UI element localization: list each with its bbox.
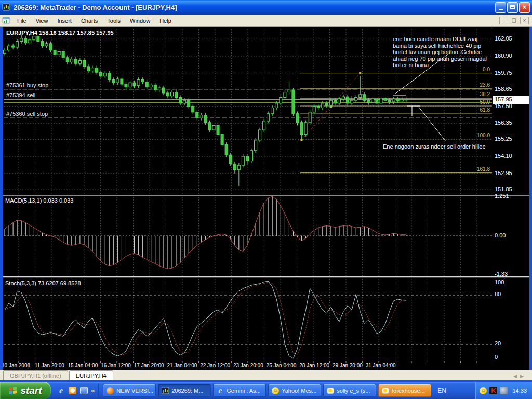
metatrader-window: 206269: MetaTrader - Demo Account - [EUR… — [0, 0, 532, 399]
fib-level-label: 23.6 — [300, 82, 490, 88]
current-price-box: 157.95 — [493, 96, 529, 104]
chart-tab-bar: GBPJPY,H1 (offline) EURJPY,H4 ◀▶ — [0, 370, 532, 380]
date-label: 15 Jan 04:00 — [68, 363, 98, 368]
menu-bar: File View Insert Charts Tools Window Hel… — [0, 15, 532, 27]
price-tick-label: 155.25 — [495, 136, 512, 142]
price-tick-label: 152.95 — [495, 170, 512, 176]
order-line-label: #75394 sell — [6, 92, 35, 98]
order-line-label: #75360 sell stop — [6, 111, 48, 117]
window-frame-right — [529, 27, 532, 370]
price-tick-label: 156.35 — [495, 119, 512, 126]
mdi-restore-button[interactable]: ❏ — [510, 17, 518, 24]
taskbar-button-metatrader[interactable]: 206269: M... — [158, 384, 211, 397]
stoch-axis-label: 100 — [495, 279, 504, 285]
date-label: 22 Jan 12:00 — [200, 363, 230, 368]
price-tick-label: 159.75 — [495, 70, 512, 76]
start-button-label: start — [20, 385, 42, 396]
menu-view[interactable]: View — [31, 16, 53, 26]
windows-flag-icon — [9, 387, 17, 395]
close-button[interactable]: × — [519, 2, 530, 13]
price-axis-separator — [493, 27, 493, 361]
ie-icon: e — [216, 387, 224, 394]
tab-eurjpy-h4[interactable]: EURJPY,H4 — [69, 370, 113, 380]
annotation-sell-order-note: Ene nogoon zuras ndeer sell order hiilee — [383, 143, 486, 150]
ohlc-header: EURJPY,H4 158.16 158.17 157.85 157.95 — [6, 30, 114, 36]
quick-launch-bar: e » — [53, 384, 99, 397]
taskbar-button-solly-chat[interactable]: solly e_s (s... — [323, 384, 376, 397]
tray-antivirus-icon[interactable]: K — [489, 387, 497, 394]
macd-label: MACD(5,13,1) 0.033 0.033 — [5, 197, 73, 204]
mdi-minimize-button[interactable]: – — [499, 17, 508, 24]
taskbar-button-firefox[interactable]: NEW VERSI... — [103, 384, 156, 397]
chart-workspace[interactable] — [3, 27, 529, 370]
taskbar-button-gemini[interactable]: e Gemini : As... — [213, 384, 266, 397]
date-label: 25 Jan 04:00 — [267, 363, 297, 368]
metatrader-icon — [161, 387, 169, 394]
macd-axis-label: 1.251 — [495, 193, 509, 199]
chat-icon — [381, 387, 389, 394]
chat-icon — [326, 387, 334, 394]
date-label: 21 Jan 04:00 — [167, 363, 197, 368]
fib-level-label: 100.0 — [300, 132, 490, 138]
date-label: 29 Jan 20:00 — [332, 363, 363, 368]
fib-level-label: 50.0 — [300, 99, 490, 105]
fib-level-label: 161.8 — [300, 166, 490, 172]
task-buttons: NEW VERSI... 206269: M... e Gemini : As.… — [103, 384, 431, 397]
fib-level-label: 61.8 — [300, 107, 490, 113]
menu-tools[interactable]: Tools — [102, 16, 125, 26]
taskbar-button-yahoo-messenger[interactable]: ☺ Yahoo! Mes... — [268, 384, 321, 397]
minimize-button[interactable] — [495, 2, 506, 13]
mdi-close-button[interactable]: × — [520, 17, 529, 24]
stoch-axis-label: 0 — [495, 354, 498, 360]
internet-explorer-icon[interactable]: e — [57, 386, 65, 395]
menu-file[interactable]: File — [12, 16, 31, 26]
annotation-doji-note: ene hoer candle maani DOJI zaaj baina bi… — [393, 36, 487, 69]
stoch-axis-label: 80 — [495, 291, 501, 297]
menu-charts[interactable]: Charts — [76, 16, 102, 26]
price-tick-label: 160.90 — [495, 52, 512, 59]
date-label: 17 Jan 20:00 — [134, 363, 164, 368]
date-label: 31 Jan 04:00 — [366, 363, 396, 368]
window-title: 206269: MetaTrader - Demo Account - [EUR… — [14, 4, 494, 11]
date-label: 23 Jan 20:00 — [233, 363, 263, 368]
price-tick-label: 158.65 — [495, 86, 512, 92]
date-label: 10 Jan 2008 — [2, 363, 30, 368]
quick-launch-overflow-chevron[interactable]: » — [91, 387, 95, 394]
date-label: 28 Jan 12:00 — [299, 363, 329, 368]
fib-level-label: 38.2 — [300, 91, 490, 97]
window-frame-left — [0, 27, 3, 370]
system-tray: ☺ K 14:33 — [475, 382, 532, 399]
tray-messenger-icon[interactable]: ☺ — [480, 387, 487, 394]
stoch-panel-separator[interactable] — [0, 276, 532, 278]
maximize-button[interactable] — [507, 2, 518, 13]
tray-volume-icon[interactable] — [500, 387, 508, 394]
yahoo-smiley-icon: ☺ — [271, 387, 279, 394]
media-launcher-icon[interactable] — [79, 386, 88, 395]
macd-axis-label: -1.33 — [495, 271, 508, 277]
menu-window[interactable]: Window — [125, 16, 155, 26]
menu-help[interactable]: Help — [155, 16, 176, 26]
date-label: 16 Jan 12:00 — [101, 363, 131, 368]
chart-window-icon — [2, 17, 10, 24]
stoch-axis-label: 20 — [495, 340, 501, 347]
tab-scroll-arrows[interactable]: ◀▶ — [513, 374, 527, 379]
price-tick-label: 162.05 — [495, 35, 512, 42]
title-bar[interactable]: 206269: MetaTrader - Demo Account - [EUR… — [0, 0, 532, 15]
macd-panel-separator[interactable] — [0, 195, 532, 196]
date-label: 11 Jan 20:00 — [35, 363, 64, 368]
clock-launcher-icon[interactable] — [68, 386, 77, 395]
metatrader-app-icon — [2, 3, 10, 11]
stoch-label: Stoch(5,3,3) 73.6207 69.8528 — [5, 280, 81, 286]
firefox-icon — [106, 387, 114, 394]
taskbar: start e » NEW VERSI... 206269: M... e Ge… — [0, 382, 532, 399]
price-tick-label: 151.85 — [495, 186, 512, 192]
taskbar-button-forexhouse[interactable]: forexhouse... — [378, 384, 431, 397]
taskbar-clock: 14:33 — [512, 388, 527, 394]
order-line-label: #75361 buy stop — [6, 82, 48, 88]
language-indicator[interactable]: EN — [437, 387, 446, 394]
start-button[interactable]: start — [0, 382, 51, 399]
menu-insert[interactable]: Insert — [52, 16, 76, 26]
price-tick-label: 154.10 — [495, 153, 512, 159]
tab-gbpjpy-h1[interactable]: GBPJPY,H1 (offline) — [3, 370, 68, 380]
macd-axis-label: 0.00 — [495, 232, 506, 238]
